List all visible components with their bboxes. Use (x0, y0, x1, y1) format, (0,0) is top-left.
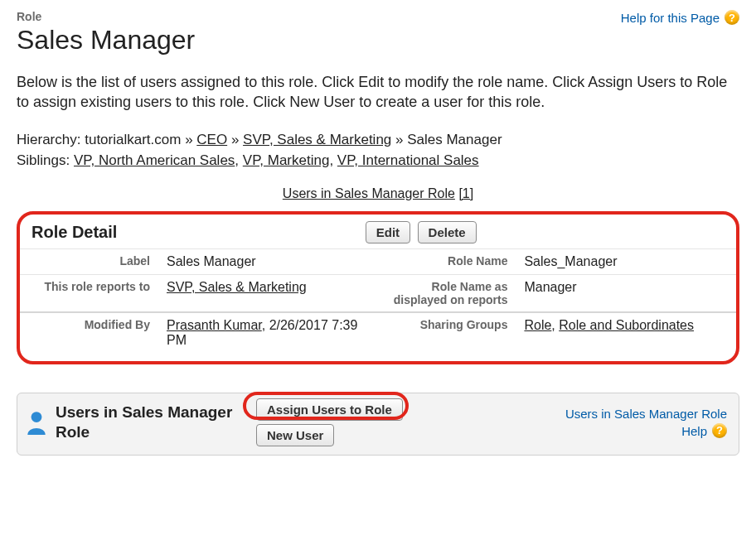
delete-button[interactable]: Delete (418, 221, 477, 243)
users-help-link[interactable]: Users in Sales Manager Role (565, 407, 727, 421)
edit-button[interactable]: Edit (366, 221, 410, 243)
users-anchor-link[interactable]: Users in Sales Manager Role (283, 186, 455, 200)
modified-by-user-link[interactable]: Prasanth Kumar (167, 318, 262, 332)
users-anchor-count: [1] (458, 186, 473, 200)
help-icon: ? (712, 423, 727, 438)
modified-by-label: Modified By (20, 312, 158, 353)
hierarchy-link-ceo[interactable]: CEO (196, 132, 227, 147)
hierarchy-link-svp[interactable]: SVP, Sales & Marketing (243, 132, 391, 147)
users-section-title: Users in Sales Manager Role (56, 403, 246, 442)
user-icon (26, 410, 47, 435)
sharing-role-subs-link[interactable]: Role and Subordinates (559, 318, 694, 332)
new-user-button[interactable]: New User (256, 424, 334, 446)
rolename-value: Sales_Manager (516, 248, 736, 274)
sibling-link-0[interactable]: VP, North American Sales (74, 152, 235, 168)
hierarchy-breadcrumb: Hierarchy: tutorialkart.com » CEO » SVP,… (17, 129, 739, 151)
label-value: Sales Manager (158, 248, 377, 274)
display-name-label: Role Name as displayed on reports (377, 274, 516, 312)
help-for-page-link[interactable]: Help for this Page ? (621, 10, 739, 25)
siblings-row: Siblings: VP, North American Sales, VP, … (17, 150, 739, 171)
help-icon: ? (724, 10, 739, 25)
role-detail-section: Role Detail Edit Delete Label Sales Mana… (17, 211, 739, 364)
sibling-link-1[interactable]: VP, Marketing (243, 152, 330, 168)
assign-users-button[interactable]: Assign Users to Role (256, 398, 403, 421)
users-help-label[interactable]: Help (681, 422, 707, 440)
rolename-label: Role Name (377, 248, 516, 274)
display-name-value: Manager (516, 274, 736, 312)
svg-point-0 (32, 412, 42, 422)
role-detail-title: Role Detail (32, 223, 117, 242)
reports-to-link[interactable]: SVP, Sales & Marketing (167, 280, 307, 294)
users-in-role-section: Users in Sales Manager Role Assign Users… (17, 393, 739, 456)
reports-to-label: This role reports to (20, 274, 158, 312)
help-for-page-label: Help for this Page (621, 11, 720, 25)
sibling-link-2[interactable]: VP, International Sales (337, 152, 479, 168)
sharing-groups-label: Sharing Groups (377, 312, 516, 353)
page-eyebrow: Role (17, 10, 195, 23)
sharing-role-link[interactable]: Role (524, 318, 551, 332)
hierarchy-current: Sales Manager (407, 132, 502, 147)
page-description: Below is the list of users assigned to t… (17, 72, 739, 113)
label-label: Label (20, 248, 158, 274)
page-title: Sales Manager (17, 25, 195, 55)
